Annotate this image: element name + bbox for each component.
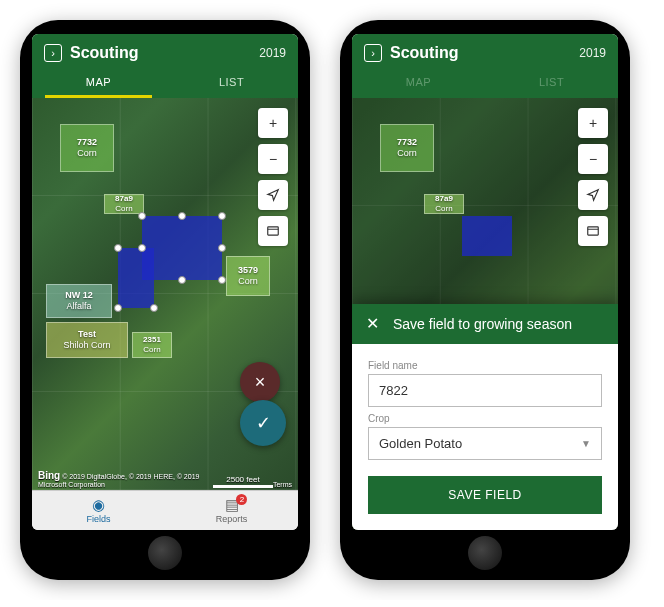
bottom-nav: ◉ Fields ▤2 Reports xyxy=(32,490,298,530)
back-icon[interactable]: › xyxy=(44,44,62,62)
tab-list[interactable]: LIST xyxy=(165,68,298,98)
zoom-in-button[interactable]: + xyxy=(578,108,608,138)
confirm-draw-button[interactable]: ✓ xyxy=(240,400,286,446)
year-selector[interactable]: 2019 xyxy=(259,46,286,60)
view-tabs: MAP LIST xyxy=(352,68,618,98)
polygon-handle[interactable] xyxy=(150,304,158,312)
layers-button[interactable] xyxy=(258,216,288,246)
map-canvas[interactable]: 7732Corn 87a9Corn + − ✕ Save field to gr… xyxy=(352,98,618,530)
zoom-out-button[interactable]: − xyxy=(578,144,608,174)
locate-button[interactable] xyxy=(578,180,608,210)
polygon-handle[interactable] xyxy=(138,244,146,252)
layers-button[interactable] xyxy=(578,216,608,246)
tab-map[interactable]: MAP xyxy=(32,68,165,98)
save-field-modal: ✕ Save field to growing season Field nam… xyxy=(352,304,618,530)
field-87a9[interactable]: 87a9Corn xyxy=(424,194,464,214)
field-3579[interactable]: 3579Corn xyxy=(226,256,270,296)
close-icon[interactable]: ✕ xyxy=(366,316,379,332)
polygon-handle[interactable] xyxy=(178,276,186,284)
drawn-polygon[interactable] xyxy=(462,216,512,256)
home-button[interactable] xyxy=(148,536,182,570)
save-field-button[interactable]: SAVE FIELD xyxy=(368,476,602,514)
zoom-in-button[interactable]: + xyxy=(258,108,288,138)
reports-badge: 2 xyxy=(236,494,247,505)
nav-reports[interactable]: ▤2 Reports xyxy=(165,491,298,530)
field-2351[interactable]: 2351Corn xyxy=(132,332,172,358)
polygon-handle[interactable] xyxy=(218,276,226,284)
reports-icon: ▤2 xyxy=(165,496,298,514)
field-7732[interactable]: 7732Corn xyxy=(60,124,114,172)
tab-list[interactable]: LIST xyxy=(485,68,618,98)
polygon-handle[interactable] xyxy=(178,212,186,220)
bing-logo: Bing xyxy=(38,470,60,481)
polygon-handle[interactable] xyxy=(114,244,122,252)
app-header: › Scouting 2019 MAP LIST xyxy=(352,34,618,98)
field-test[interactable]: TestShiloh Corn xyxy=(46,322,128,358)
field-7732[interactable]: 7732Corn xyxy=(380,124,434,172)
map-canvas[interactable]: 7732Corn 87a9Corn 3579Corn NW 12Alf xyxy=(32,98,298,490)
modal-title: Save field to growing season xyxy=(393,316,572,332)
zoom-out-button[interactable]: − xyxy=(258,144,288,174)
polygon-handle[interactable] xyxy=(138,212,146,220)
page-title: Scouting xyxy=(70,44,251,62)
fields-icon: ◉ xyxy=(32,496,165,514)
locate-button[interactable] xyxy=(258,180,288,210)
crop-label: Crop xyxy=(368,413,602,424)
view-tabs: MAP LIST xyxy=(32,68,298,98)
drawn-polygon[interactable] xyxy=(142,216,222,280)
scale-bar: 2500 feet xyxy=(213,475,273,488)
polygon-handle[interactable] xyxy=(114,304,122,312)
polygon-handle[interactable] xyxy=(218,212,226,220)
svg-rect-0 xyxy=(268,227,279,235)
year-selector[interactable]: 2019 xyxy=(579,46,606,60)
field-name-input[interactable] xyxy=(368,374,602,407)
tab-map[interactable]: MAP xyxy=(352,68,485,98)
drawn-polygon[interactable] xyxy=(118,248,154,308)
home-button[interactable] xyxy=(468,536,502,570)
terms-link[interactable]: Terms xyxy=(273,481,292,488)
field-87a9[interactable]: 87a9Corn xyxy=(104,194,144,214)
map-attribution: Bing © 2019 DigitalGlobe, © 2019 HERE, ©… xyxy=(38,470,292,488)
map-controls: + − xyxy=(258,108,288,246)
polygon-handle[interactable] xyxy=(218,244,226,252)
nav-fields[interactable]: ◉ Fields xyxy=(32,491,165,530)
cancel-draw-button[interactable]: × xyxy=(240,362,280,402)
field-name-label: Field name xyxy=(368,360,602,371)
map-controls: + − xyxy=(578,108,608,246)
page-title: Scouting xyxy=(390,44,571,62)
back-icon[interactable]: › xyxy=(364,44,382,62)
chevron-down-icon: ▼ xyxy=(581,438,591,449)
app-header: › Scouting 2019 MAP LIST xyxy=(32,34,298,98)
field-nw12[interactable]: NW 12Alfalfa xyxy=(46,284,112,318)
crop-select[interactable]: Golden Potato ▼ xyxy=(368,427,602,460)
svg-rect-1 xyxy=(588,227,599,235)
